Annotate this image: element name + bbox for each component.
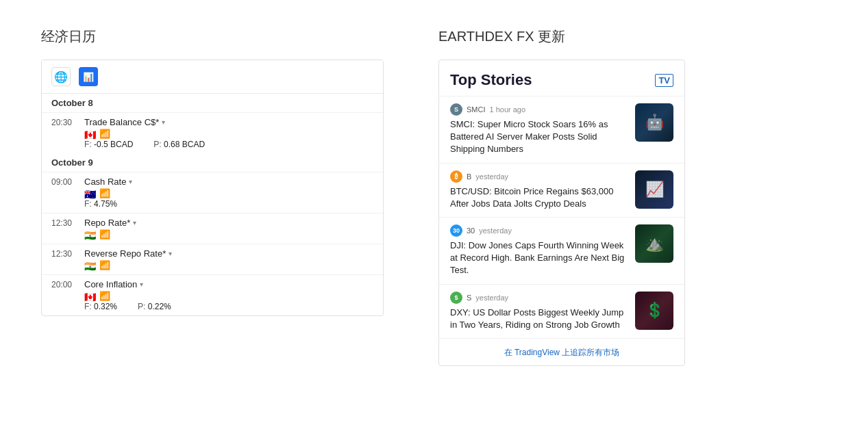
event-name-trade-balance: Trade Balance C$* ▾ [84,117,165,127]
forecast-cash-rate: F: 4.75% [84,199,117,209]
time-dji: yesterday [479,227,512,235]
event-time-trade-balance: 20:30 [51,118,77,127]
event-row-cash-rate: 09:00 Cash Rate ▾ 🇦🇺 📶 F: 4.75% [42,172,383,213]
news-content-dxy: $ S yesterday DXY: US Dollar Posts Bigge… [450,292,627,331]
source-dxy: S [467,294,471,302]
bar-ca-1: 📶 [99,129,110,139]
event-flags-core-inflation: 🇨🇦 📶 [51,291,373,301]
bar-au: 📶 [99,188,110,198]
news-header: Top Stories TV [439,60,684,96]
event-time-cash-rate: 09:00 [51,177,77,187]
left-title: 经济日历 [41,27,397,46]
avatar-btc: ₿ [450,170,462,183]
thumb-dji: ⛰️ [635,224,673,263]
source-dji: 30 [467,227,475,235]
thumb-dxy: 💲 [635,292,673,330]
event-row-trade-balance: 20:30 Trade Balance C$* ▾ 🇨🇦 📶 F: -0.5 B… [42,112,383,153]
event-time-repo-rate: 12:30 [51,218,77,228]
event-name-repo-rate: Repo Rate* ▾ [84,218,136,228]
event-flags-repo-rate: 🇮🇳 📶 [51,229,373,240]
news-footer[interactable]: 在 TradingView 上追踪所有市场 [439,338,684,365]
flag-ca-1: 🇨🇦 [84,129,97,138]
flag-au: 🇦🇺 [84,189,97,198]
event-row-repo-rate: 12:30 Repo Rate* ▾ 🇮🇳 📶 [42,213,383,244]
news-content-dji: 30 30 yesterday DJI: Dow Jones Caps Four… [450,224,627,277]
chart-icon[interactable]: 📊 [79,67,98,86]
date-header-oct9: October 9 [42,153,383,172]
calendar-scrollable[interactable]: October 8 20:30 Trade Balance C$* ▾ 🇨🇦 📶… [42,94,383,315]
bar-ca-2: 📶 [99,291,110,301]
news-content-btc: ₿ B yesterday BTC/USD: Bitcoin Price Reg… [450,170,627,210]
news-list: S SMCI 1 hour ago SMCI: Super Micro Stoc… [439,96,684,338]
flag-in-2: 🇮🇳 [84,261,97,270]
globe-icon[interactable]: 🌐 [51,67,71,86]
source-smci: SMCI [467,105,486,114]
forecast-core-inflation: F: 0.32% [84,302,117,311]
news-widget: Top Stories TV S SMCI 1 hour ago SMCI: S… [438,60,685,366]
right-section: EARTHDEX FX 更新 Top Stories TV S SMCI 1 h… [438,27,827,400]
text-btc: BTC/USD: Bitcoin Price Regains $63,000 A… [450,185,627,210]
event-flags-reverse-repo: 🇮🇳 📶 [51,260,373,270]
bar-in-1: 📶 [99,229,110,240]
news-meta-dxy: $ S yesterday [450,292,627,304]
news-item-btc[interactable]: ₿ B yesterday BTC/USD: Bitcoin Price Reg… [439,163,684,217]
text-dxy: DXY: US Dollar Posts Biggest Weekly Jump… [450,307,627,331]
avatar-dxy: $ [450,292,462,304]
source-btc: B [467,172,471,181]
news-meta-dji: 30 30 yesterday [450,224,627,237]
left-section: 经济日历 🌐 📊 October 8 20:30 Trade Balance C… [41,27,397,400]
thumb-btc: 📈 [635,170,673,209]
calendar-widget: 🌐 📊 October 8 20:30 Trade Balance C$* ▾ … [41,60,384,316]
text-dji: DJI: Dow Jones Caps Fourth Winning Week … [450,240,627,277]
time-smci: 1 hour ago [490,105,526,114]
news-widget-title: Top Stories [450,71,532,89]
flag-ca-2: 🇨🇦 [84,292,97,300]
event-row-reverse-repo-rate: 12:30 Reverse Repo Rate* ▾ 🇮🇳 📶 [42,244,383,274]
event-values-core-inflation: F: 0.32% P: 0.22% [51,302,373,311]
news-meta-smci: S SMCI 1 hour ago [450,103,627,116]
news-content-smci: S SMCI 1 hour ago SMCI: Super Micro Stoc… [450,103,627,156]
avatar-smci: S [450,103,462,116]
event-name-reverse-repo: Reverse Repo Rate* ▾ [84,248,172,259]
previous-trade-balance: P: 0.68 BCAD [153,140,205,149]
event-flags-cash-rate: 🇦🇺 📶 [51,188,373,198]
date-header-oct8: October 8 [42,94,383,112]
footer-link[interactable]: 在 TradingView 上追踪所有市场 [504,348,620,357]
flag-in-1: 🇮🇳 [84,230,97,239]
event-row-core-inflation: 20:00 Core Inflation ▾ 🇨🇦 📶 F: 0.32% P: … [42,274,383,315]
event-time-core-inflation: 20:00 [51,280,77,289]
event-name-cash-rate: Cash Rate ▾ [84,177,132,187]
event-values-trade-balance: F: -0.5 BCAD P: 0.68 BCAD [51,140,373,149]
previous-core-inflation: P: 0.22% [138,302,171,311]
avatar-dji: 30 [450,224,462,237]
news-meta-btc: ₿ B yesterday [450,170,627,183]
calendar-toolbar: 🌐 📊 [42,60,383,94]
tv-logo: TV [655,74,673,87]
bar-in-2: 📶 [99,260,110,270]
event-name-core-inflation: Core Inflation ▾ [84,279,143,289]
right-title: EARTHDEX FX 更新 [438,27,827,46]
thumb-smci: 🤖 [635,103,673,142]
event-time-reverse-repo: 12:30 [51,249,77,259]
event-flags-trade-balance: 🇨🇦 📶 [51,129,373,139]
text-smci: SMCI: Super Micro Stock Soars 16% as Bat… [450,118,627,156]
time-dxy: yesterday [475,294,508,302]
time-btc: yesterday [475,172,508,181]
news-item-smci[interactable]: S SMCI 1 hour ago SMCI: Super Micro Stoc… [439,96,684,163]
news-item-dxy[interactable]: $ S yesterday DXY: US Dollar Posts Bigge… [439,284,684,338]
forecast-trade-balance: F: -0.5 BCAD [84,140,133,149]
event-values-cash-rate: F: 4.75% [51,199,373,209]
news-item-dji[interactable]: 30 30 yesterday DJI: Dow Jones Caps Four… [439,217,684,284]
